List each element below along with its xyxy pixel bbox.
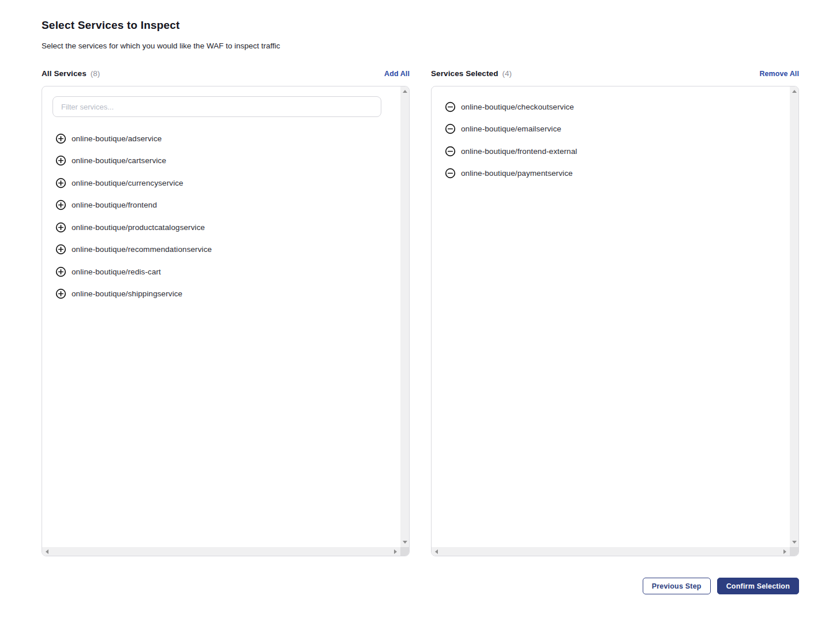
vertical-scrollbar[interactable] <box>790 86 798 547</box>
service-name: online-boutique/currencyservice <box>72 179 183 187</box>
plus-circle-icon[interactable] <box>55 155 66 166</box>
all-services-heading: All Services (8) <box>42 69 100 78</box>
minus-circle-icon[interactable] <box>445 168 456 179</box>
plus-circle-icon[interactable] <box>55 288 66 299</box>
all-services-count: (8) <box>91 69 100 78</box>
scroll-left-arrow-icon[interactable] <box>435 549 438 554</box>
service-row[interactable]: online-boutique/cartservice <box>42 150 400 172</box>
horizontal-scrollbar[interactable] <box>432 547 790 556</box>
plus-circle-icon[interactable] <box>55 133 66 144</box>
horizontal-scrollbar[interactable] <box>42 547 400 556</box>
all-services-label: All Services <box>42 69 87 78</box>
scrollbar-corner <box>400 547 409 556</box>
service-name: online-boutique/emailservice <box>461 125 561 133</box>
minus-circle-icon[interactable] <box>445 123 456 134</box>
page-subtitle: Select the services for which you would … <box>42 42 799 51</box>
service-row[interactable]: online-boutique/adservice <box>42 127 400 150</box>
service-row[interactable]: online-boutique/paymentservice <box>432 163 790 185</box>
service-row[interactable]: online-boutique/recommendationservice <box>42 239 400 261</box>
service-name: online-boutique/cartservice <box>72 156 166 165</box>
service-row[interactable]: online-boutique/frontend <box>42 194 400 217</box>
all-services-panel: online-boutique/adservice online-boutiqu… <box>42 86 410 556</box>
plus-circle-icon[interactable] <box>55 244 66 255</box>
wizard-footer: Previous Step Confirm Selection <box>42 578 799 594</box>
scroll-left-arrow-icon[interactable] <box>46 549 48 554</box>
service-name: online-boutique/paymentservice <box>461 169 573 178</box>
service-name: online-boutique/redis-cart <box>72 267 161 276</box>
selected-services-header: Services Selected (4) Remove All <box>431 69 799 78</box>
service-name: online-boutique/frontend-external <box>461 147 577 156</box>
minus-circle-icon[interactable] <box>445 101 456 112</box>
minus-circle-icon[interactable] <box>445 146 456 157</box>
scrollbar-corner <box>790 547 798 556</box>
all-services-list: online-boutique/adservice online-boutiqu… <box>42 127 400 305</box>
service-row[interactable]: online-boutique/emailservice <box>432 118 790 141</box>
scroll-right-arrow-icon[interactable] <box>394 549 397 554</box>
filter-services-input[interactable] <box>52 96 381 117</box>
service-row[interactable]: online-boutique/frontend-external <box>432 140 790 163</box>
selected-services-count: (4) <box>502 69 512 78</box>
plus-circle-icon[interactable] <box>55 199 66 210</box>
scroll-right-arrow-icon[interactable] <box>783 549 786 554</box>
vertical-scrollbar[interactable] <box>400 86 409 547</box>
confirm-selection-button[interactable]: Confirm Selection <box>717 578 799 594</box>
dual-list-picker: All Services (8) Add All online-boutique… <box>42 69 799 556</box>
selected-services-panel: online-boutique/checkoutservice online-b… <box>431 86 799 556</box>
service-name: online-boutique/frontend <box>72 201 157 209</box>
add-all-link[interactable]: Add All <box>384 70 410 78</box>
service-name: online-boutique/recommendationservice <box>72 245 212 254</box>
plus-circle-icon[interactable] <box>55 266 66 277</box>
scroll-up-arrow-icon[interactable] <box>792 90 797 93</box>
selected-services-column: Services Selected (4) Remove All online-… <box>431 69 799 556</box>
service-name: online-boutique/shippingservice <box>72 289 182 298</box>
service-name: online-boutique/checkoutservice <box>461 103 574 111</box>
all-services-panel-content: online-boutique/adservice online-boutiqu… <box>42 86 400 547</box>
scroll-down-arrow-icon[interactable] <box>792 541 797 544</box>
all-services-column: All Services (8) Add All online-boutique… <box>42 69 410 556</box>
previous-step-button[interactable]: Previous Step <box>643 578 711 594</box>
scroll-down-arrow-icon[interactable] <box>403 541 407 544</box>
service-row[interactable]: online-boutique/productcatalogservice <box>42 216 400 239</box>
service-row[interactable]: online-boutique/shippingservice <box>42 283 400 306</box>
selected-services-heading: Services Selected (4) <box>431 69 512 78</box>
service-name: online-boutique/productcatalogservice <box>72 223 205 232</box>
selected-services-list: online-boutique/checkoutservice online-b… <box>432 96 790 184</box>
selected-services-label: Services Selected <box>431 69 498 78</box>
page-title: Select Services to Inspect <box>42 19 799 32</box>
plus-circle-icon[interactable] <box>55 222 66 233</box>
remove-all-link[interactable]: Remove All <box>759 70 799 78</box>
service-row[interactable]: online-boutique/checkoutservice <box>432 96 790 118</box>
all-services-header: All Services (8) Add All <box>42 69 410 78</box>
service-row[interactable]: online-boutique/currencyservice <box>42 172 400 194</box>
plus-circle-icon[interactable] <box>55 178 66 189</box>
scroll-up-arrow-icon[interactable] <box>403 90 407 93</box>
service-name: online-boutique/adservice <box>72 134 162 143</box>
select-services-page: Select Services to Inspect Select the se… <box>0 0 840 594</box>
selected-services-panel-content: online-boutique/checkoutservice online-b… <box>432 86 790 547</box>
service-row[interactable]: online-boutique/redis-cart <box>42 261 400 283</box>
